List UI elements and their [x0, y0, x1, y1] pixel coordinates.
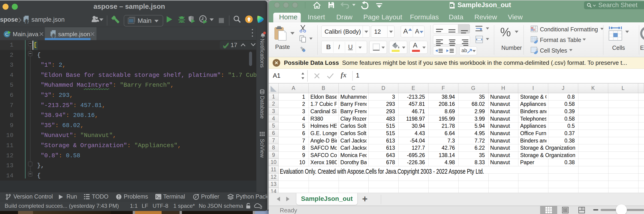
svg-text:x: x [451, 4, 452, 7]
svg-text:a: a [453, 4, 455, 7]
svg-text:{}: {} [51, 33, 56, 38]
svg-text:{}: {} [24, 19, 29, 23]
